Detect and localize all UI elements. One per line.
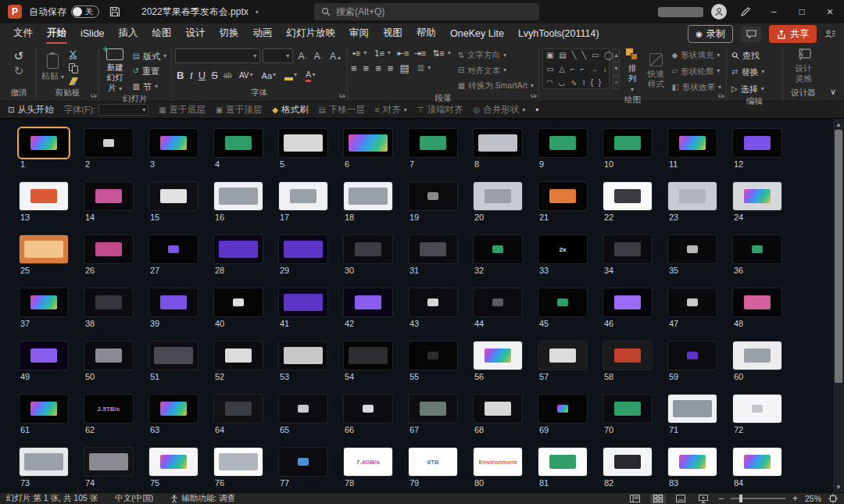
tab-审阅[interactable]: 审阅 [342,23,376,45]
design-ideas-button[interactable]: 设计灵感 [786,48,821,84]
scrollbar-thumb[interactable] [835,130,842,383]
maximize-button[interactable]: □ [788,0,816,23]
tab-动画[interactable]: 动画 [246,23,280,45]
slide-thumbnail-12[interactable] [733,129,781,157]
slide-thumbnail-23[interactable] [668,182,717,210]
zoom-level[interactable]: 25% [805,494,821,503]
slide-thumbnail-55[interactable] [409,341,457,370]
decrease-indent-icon[interactable]: ⇤≡ [397,49,409,58]
slide-thumbnail-30[interactable] [344,235,392,263]
scroll-down-icon[interactable]: ▼ [833,481,844,492]
slide-thumbnail-78[interactable]: 7.4GB/s [344,448,392,476]
strikethrough-button[interactable]: S [211,70,218,80]
save-icon[interactable] [106,3,123,20]
change-case-button[interactable]: Aa▾ [260,70,277,82]
font-color-button[interactable]: A▾ [304,68,316,83]
find-button[interactable]: 查找 [730,49,779,62]
presenter-icon[interactable] [824,29,836,39]
filename-dropdown-icon[interactable]: ▾ [256,9,259,16]
qat-overflow-icon[interactable]: ▾ [535,106,538,113]
slide-thumbnail-83[interactable] [668,448,717,476]
scrollbar-track[interactable] [833,130,844,481]
slide-thumbnail-9[interactable] [538,129,587,157]
align-left-icon[interactable]: ≡ [351,63,357,73]
language-status[interactable]: 中文(中国) [115,493,153,504]
slide-thumbnail-14[interactable] [84,182,133,210]
clear-formatting-icon[interactable]: A✦ [327,51,344,62]
slide-thumbnail-22[interactable] [603,182,652,210]
zoom-slider-thumb[interactable] [739,495,742,502]
slide-thumbnail-46[interactable] [603,288,652,316]
columns-button[interactable]: ▥▾ [416,63,432,73]
font-name-combo[interactable]: ▾ [175,48,260,63]
slide-thumbnail-44[interactable] [474,288,522,316]
qat-格式刷[interactable]: ◆格式刷 [272,104,308,116]
slide-thumbnail-79[interactable]: 8TB [409,448,457,476]
slide-thumbnail-75[interactable] [149,448,198,476]
slide-thumbnail-61[interactable] [20,395,68,423]
slide-thumbnail-33[interactable]: 2x [538,235,587,263]
slide-thumbnail-50[interactable] [84,341,133,370]
arrange-button[interactable]: 排列▾ [623,48,642,94]
slide-thumbnail-39[interactable] [149,288,198,316]
slide-thumbnail-60[interactable] [733,341,781,370]
align-text-button[interactable]: ⊟对齐文本▾ [456,65,535,77]
slide-thumbnail-41[interactable] [279,288,327,316]
comments-button[interactable] [741,27,761,42]
slide-thumbnail-42[interactable] [344,288,392,316]
slide-thumbnail-37[interactable] [20,288,68,316]
vertical-scrollbar[interactable]: ▲ ▼ [833,119,844,492]
slide-thumbnail-47[interactable] [668,288,717,316]
paragraph-dialog-launcher-icon[interactable] [531,91,537,98]
slide-thumbnail-20[interactable] [474,182,522,210]
slide-thumbnail-28[interactable] [214,235,263,263]
slide-thumbnail-51[interactable] [149,341,198,370]
tab-切换[interactable]: 切换 [213,23,246,45]
italic-button[interactable]: I [189,70,192,80]
select-button[interactable]: ▷选择▾ [730,83,779,95]
font-dialog-launcher-icon[interactable] [339,91,345,98]
slide-thumbnail-17[interactable] [279,182,327,210]
slide-thumbnail-26[interactable] [84,235,133,263]
slide-thumbnail-68[interactable] [474,395,522,423]
slide-thumbnail-67[interactable] [409,395,457,423]
clipboard-dialog-launcher-icon[interactable] [91,91,97,98]
slide-thumbnail-72[interactable] [733,395,781,423]
slide-thumbnail-76[interactable] [214,448,263,476]
shapes-gallery-scroll[interactable]: ▲ ▼ ≡ [613,48,620,89]
qat-从头开始[interactable]: ⊡从头开始 [8,104,53,116]
slide-thumbnail-57[interactable] [538,341,587,370]
share-button[interactable]: 共享 [769,25,817,43]
numbering-button[interactable]: 1≡▾ [373,48,392,59]
slide-thumbnail-82[interactable] [603,448,652,476]
tab-开始[interactable]: 开始 [40,23,73,45]
slide-thumbnail-16[interactable] [214,182,263,210]
tab-插入[interactable]: 插入 [112,23,145,45]
tab-OneKey Lite[interactable]: OneKey Lite [443,25,511,44]
slide-thumbnail-54[interactable] [344,341,392,370]
slide-thumbnail-6[interactable] [344,129,392,157]
slide-thumbnail-56[interactable] [474,341,522,370]
tab-帮助[interactable]: 帮助 [409,23,443,45]
slide-thumbnail-24[interactable] [733,182,781,210]
slide-thumbnail-48[interactable] [733,288,781,316]
search-input[interactable]: 搜索(Alt+Q) [314,3,539,20]
user-avatar[interactable] [711,4,727,20]
drawing-dialog-launcher-icon[interactable] [718,91,724,98]
normal-view-button[interactable] [628,494,643,504]
autosave-control[interactable]: 自动保存 关 [29,5,99,19]
undo-icon[interactable]: ↺ [14,50,24,62]
slide-thumbnail-64[interactable] [214,395,263,423]
tab-设计[interactable]: 设计 [179,23,213,45]
paste-button[interactable]: 粘贴 ▾ [40,48,66,87]
slide-thumbnail-84[interactable] [733,448,781,476]
slide-thumbnail-7[interactable] [409,129,457,157]
slide-thumbnail-15[interactable] [149,182,198,210]
slide-thumbnail-4[interactable] [214,129,263,157]
minimize-button[interactable]: – [760,0,788,23]
zoom-out-button[interactable]: − [718,493,724,504]
tab-文件[interactable]: 文件 [6,23,40,45]
collapse-ribbon-button[interactable]: ∨ [824,46,842,101]
slide-thumbnail-19[interactable] [409,182,457,210]
qat-置于顶层[interactable]: ▣置于顶层 [216,104,262,116]
